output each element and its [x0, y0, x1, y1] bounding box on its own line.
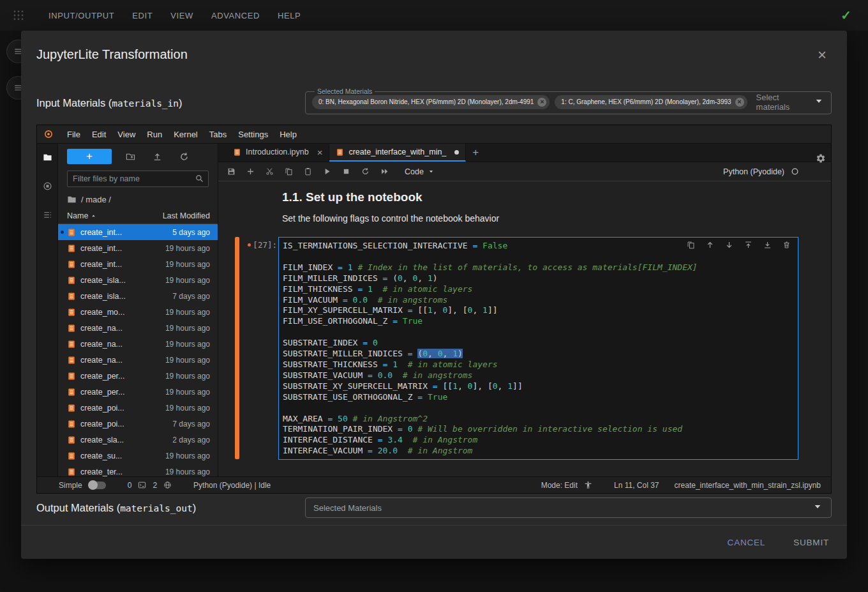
delete-icon[interactable] [782, 241, 791, 249]
notebook-file-icon [67, 372, 76, 381]
file-row[interactable]: create_poi...19 hours ago [58, 400, 218, 416]
notebook-file-icon [67, 340, 76, 349]
insert-above-icon[interactable] [744, 241, 752, 249]
jp-menu-tabs[interactable]: Tabs [204, 126, 232, 142]
kernels-count[interactable]: 2 [153, 481, 157, 490]
top-menu-edit[interactable]: EDIT [126, 7, 159, 24]
save-icon[interactable] [227, 167, 236, 176]
cell-collapser[interactable] [235, 237, 239, 459]
kernel-name: Python (Pyodide) [723, 167, 784, 176]
top-menu-help[interactable]: HELP [271, 7, 307, 24]
file-row[interactable]: create_na...19 hours ago [58, 336, 218, 352]
file-name: create_isla... [80, 276, 165, 285]
close-icon[interactable]: × [818, 47, 827, 63]
tab-close-icon[interactable]: × [317, 148, 323, 156]
app-grid-icon[interactable] [13, 10, 24, 21]
output-materials-dropdown[interactable]: Selected Materials [305, 497, 832, 518]
file-row[interactable]: create_su...19 hours ago [58, 448, 218, 464]
dropdown-caret-icon[interactable] [813, 95, 825, 109]
jp-menu-run[interactable]: Run [141, 126, 168, 142]
paste-icon[interactable] [304, 167, 312, 176]
jp-menu-settings[interactable]: Settings [232, 126, 274, 142]
stop-icon[interactable] [342, 167, 350, 176]
move-up-icon[interactable] [706, 241, 714, 249]
activity-bar [37, 144, 58, 476]
file-list: create_int...5 days agocreate_int...19 h… [58, 224, 218, 476]
duplicate-icon[interactable] [687, 241, 695, 249]
run-all-icon[interactable] [380, 167, 389, 176]
jp-menu-view[interactable]: View [112, 126, 141, 142]
open-file-dot-icon [61, 231, 64, 234]
file-name: create_mo... [80, 308, 165, 317]
column-last-modified[interactable]: Last Modified [163, 211, 210, 220]
move-down-icon[interactable] [725, 241, 733, 249]
code-line [283, 403, 793, 414]
file-row[interactable]: create_isla...19 hours ago [58, 272, 218, 288]
notebook-file-icon [67, 356, 76, 365]
new-launcher-button[interactable]: + [67, 149, 112, 164]
selected-materials-field[interactable]: Selected Materials 0: BN, Hexagonal Boro… [305, 87, 832, 114]
submit-button[interactable]: SUBMIT [793, 538, 829, 547]
file-row[interactable]: create_per...19 hours ago [58, 384, 218, 400]
file-browser-icon[interactable] [43, 153, 52, 162]
file-row[interactable]: create_per...19 hours ago [58, 368, 218, 384]
file-modified: 2 days ago [172, 436, 210, 444]
file-row[interactable]: create_poi...7 days ago [58, 416, 218, 432]
kernel-status-text[interactable]: Python (Pyodide) | Idle [193, 481, 271, 490]
tab-create-interface[interactable]: create_interface_with_min_ [329, 144, 466, 162]
code-cell-editor[interactable]: IS_TERMINATIONS_SELECTION_INTERACTIVE = … [278, 237, 798, 460]
insert-below-icon[interactable] [763, 241, 772, 249]
table-of-contents-icon[interactable] [43, 210, 52, 220]
top-menu-view[interactable]: VIEW [164, 7, 200, 24]
folder-icon [67, 195, 77, 204]
cut-icon[interactable] [266, 167, 274, 176]
file-row[interactable]: create_int...19 hours ago [58, 240, 218, 256]
file-name: create_int... [80, 228, 172, 237]
file-row[interactable]: create_sla...2 days ago [58, 432, 218, 448]
column-name[interactable]: Name [67, 211, 163, 220]
file-row[interactable]: create_int...5 days ago [58, 224, 218, 240]
jp-menu-help[interactable]: Help [274, 126, 303, 142]
top-menu-advanced[interactable]: ADVANCED [205, 7, 266, 24]
code-line [283, 252, 793, 262]
restart-icon[interactable] [361, 167, 370, 176]
kernel-indicator[interactable]: Python (Pyodide) [723, 167, 825, 176]
refresh-icon[interactable] [179, 152, 189, 162]
file-row[interactable]: create_na...19 hours ago [58, 320, 218, 336]
filter-files-input[interactable] [67, 171, 209, 187]
code-line: INTERFACE_VACUUM = 20.0 # in Angstrom [283, 446, 793, 457]
material-chip[interactable]: 1: C, Graphene, HEX (P6/mmm) 2D (Monolay… [555, 95, 747, 109]
breadcrumb[interactable]: / made / [58, 191, 218, 208]
execution-count: [27]: [253, 240, 277, 250]
accessibility-icon[interactable] [584, 481, 592, 489]
copy-icon[interactable] [285, 167, 293, 176]
file-modified: 19 hours ago [165, 372, 210, 381]
file-row[interactable]: create_int...19 hours ago [58, 256, 218, 272]
chip-remove-icon[interactable]: × [735, 98, 744, 107]
simple-mode-toggle[interactable] [89, 482, 106, 489]
chip-remove-icon[interactable]: × [537, 98, 546, 107]
cell-type-dropdown[interactable]: Code [405, 167, 435, 176]
settings-gear-icon[interactable] [816, 153, 826, 166]
tab-introduction[interactable]: Introduction.ipynb × [227, 144, 329, 162]
file-row[interactable]: create_na...19 hours ago [58, 352, 218, 368]
add-icon[interactable] [246, 167, 255, 176]
upload-icon[interactable] [153, 152, 162, 162]
new-tab-icon[interactable]: + [466, 144, 485, 162]
jp-menu-edit[interactable]: Edit [86, 126, 112, 142]
terminals-count[interactable]: 0 [128, 481, 132, 490]
file-row[interactable]: create_ter...19 hours ago [58, 464, 218, 476]
running-sessions-icon[interactable] [43, 181, 52, 191]
jp-menu-file[interactable]: File [61, 126, 86, 142]
run-icon[interactable] [323, 167, 331, 176]
jp-menu-kernel[interactable]: Kernel [168, 126, 204, 142]
notebook-toolbar: Code Python (Pyodide) [218, 162, 831, 181]
cancel-button[interactable]: CANCEL [728, 538, 766, 547]
file-row[interactable]: create_isla...7 days ago [58, 288, 218, 304]
new-folder-icon[interactable] [126, 152, 135, 162]
dropdown-caret-icon[interactable] [812, 501, 823, 515]
top-menu-input-output[interactable]: INPUT/OUTPUT [42, 7, 121, 24]
cursor-position[interactable]: Ln 11, Col 37 [614, 481, 659, 490]
material-chip[interactable]: 0: BN, Hexagonal Boron Nitride, HEX (P6/… [312, 95, 550, 109]
file-row[interactable]: create_mo...19 hours ago [58, 304, 218, 320]
